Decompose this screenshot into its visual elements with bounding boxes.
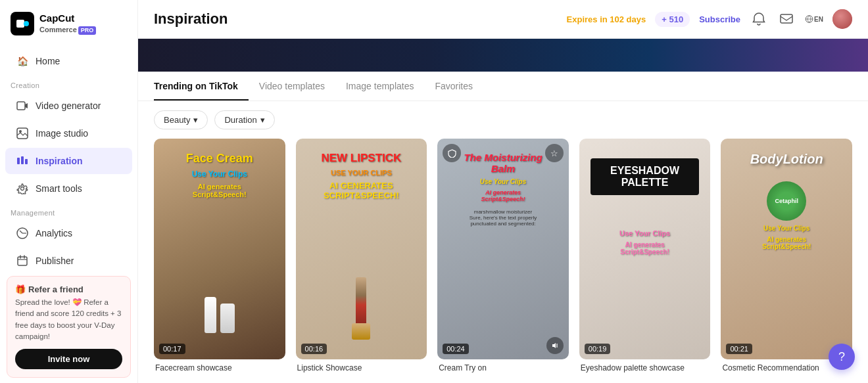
video-duration-1: 00:17: [159, 344, 185, 354]
help-button[interactable]: ?: [829, 344, 855, 370]
svg-rect-0: [16, 20, 24, 28]
publisher-icon: [16, 254, 29, 267]
filter-duration[interactable]: Duration ▾: [214, 110, 274, 129]
sidebar-item-home[interactable]: 🏠 Home: [5, 48, 132, 74]
video-title-1: Facecream showcase: [154, 363, 285, 372]
video-card-4: EYESHADOWPALETTE Use Your Clips AI gener…: [579, 139, 711, 372]
tab-trending[interactable]: Trending on TikTok: [154, 72, 249, 101]
chevron-down-icon: ▾: [193, 115, 198, 125]
overlay-title-4: EYESHADOWPALETTE: [591, 158, 699, 195]
hero-banner: [138, 39, 868, 72]
credits-badge: + 510: [655, 12, 690, 27]
sidebar-item-image-studio[interactable]: Image studio: [5, 120, 132, 146]
filter-beauty[interactable]: Beauty ▾: [154, 110, 208, 129]
svg-point-1: [24, 21, 29, 26]
overlay-ai-3: AI generatesScript&Speech!: [481, 189, 525, 202]
header-right: Expires in 102 days + 510 Subscribe EN: [567, 9, 852, 29]
image-studio-icon: [16, 127, 29, 140]
video-thumb-4[interactable]: EYESHADOWPALETTE Use Your Clips AI gener…: [579, 139, 711, 359]
logo-icon: [11, 12, 34, 35]
refer-title: 🎁 Refer a friend: [15, 284, 122, 294]
tab-image-templates[interactable]: Image templates: [346, 72, 425, 101]
video-grid: Face Cream Use Your Clips AI generatesSc…: [138, 139, 868, 383]
sidebar-item-video-generator[interactable]: Video generator: [5, 93, 132, 119]
filter-duration-label: Duration: [224, 115, 256, 125]
chevron-down-icon-2: ▾: [260, 115, 265, 125]
svg-rect-7: [25, 159, 28, 164]
video-card-1: Face Cream Use Your Clips AI generatesSc…: [154, 139, 285, 372]
overlay-title-2: NEW LIPSTICK: [321, 152, 401, 165]
filter-beauty-label: Beauty: [164, 115, 190, 125]
overlay-ai-4: AI generatesScript&Speech!: [620, 241, 669, 256]
video-title-3: Cream Try on: [437, 363, 569, 372]
filters-bar: Beauty ▾ Duration ▾: [138, 101, 868, 139]
sound-icon-3[interactable]: [546, 337, 564, 354]
notification-icon[interactable]: [750, 10, 768, 28]
svg-point-8: [21, 187, 24, 191]
overlay-ai-2: AI GENERATESSCRIPT&SPEECH!: [324, 181, 399, 200]
page-title: Inspiration: [154, 11, 228, 28]
svg-rect-10: [18, 257, 27, 265]
invite-button[interactable]: Invite now: [15, 349, 122, 369]
video-duration-5: 00:21: [726, 344, 752, 354]
overlay-sub-1: Use Your Clips: [192, 169, 247, 179]
overlay-sub-5: Use Your Clips: [763, 225, 809, 232]
video-title-4: Eyeshadow palette showcase: [579, 363, 711, 372]
refer-desc: Spread the love! 💝 Refer a friend and sc…: [15, 297, 122, 342]
svg-rect-6: [21, 156, 24, 164]
inspiration-icon: [16, 154, 29, 168]
main-content: Inspiration Expires in 102 days + 510 Su…: [138, 0, 868, 383]
overlay-title-1: Face Cream: [186, 152, 253, 166]
video-card-3: ☆ The MoisturizingBalm Use Your Clips AI…: [437, 139, 569, 372]
language-icon[interactable]: EN: [805, 10, 823, 28]
home-icon: 🏠: [16, 55, 29, 68]
tabs-bar: Trending on TikTok Video templates Image…: [138, 72, 868, 101]
messages-icon[interactable]: [777, 10, 796, 28]
video-duration-2: 00:16: [301, 344, 327, 354]
video-thumb-1[interactable]: Face Cream Use Your Clips AI generatesSc…: [154, 139, 285, 359]
overlay-title-3: The MoisturizingBalm: [464, 152, 542, 174]
sidebar-label-publisher: Publisher: [36, 256, 74, 266]
sidebar-item-smart-tools[interactable]: Smart tools: [5, 175, 132, 202]
avatar[interactable]: [832, 9, 852, 29]
sidebar-label-analytics: Analytics: [36, 228, 72, 238]
sidebar-item-inspiration[interactable]: Inspiration: [5, 148, 132, 174]
sidebar-item-analytics[interactable]: Analytics: [5, 220, 132, 246]
refer-emoji: 🎁: [15, 284, 26, 294]
smart-tools-icon: [16, 182, 29, 195]
video-thumb-5[interactable]: BodyLotion Cetaphil Use Your Clips AI ge…: [721, 139, 852, 359]
credits-value: + 510: [662, 14, 683, 24]
svg-rect-3: [17, 128, 28, 139]
overlay-title-5: BodyLotion: [750, 152, 823, 167]
sidebar-label-video-generator: Video generator: [36, 101, 101, 111]
svg-rect-11: [781, 14, 792, 23]
main-header: Inspiration Expires in 102 days + 510 Su…: [138, 0, 868, 39]
tab-favorites[interactable]: Favorites: [435, 72, 483, 101]
overlay-extra-3: marshmallow moisturizerSure, here's the …: [470, 209, 537, 227]
overlay-sub-3: Use Your Clips: [480, 178, 527, 185]
video-duration-4: 00:19: [585, 344, 611, 354]
section-creation-label: Creation: [0, 75, 137, 92]
overlay-ai-5: AI generatesScript&Speech!: [762, 236, 811, 250]
overlay-sub-4: Use Your Clips: [619, 229, 670, 237]
brand-name: CapCut: [39, 12, 74, 24]
sidebar-label-image-studio: Image studio: [36, 128, 88, 139]
sidebar-label-home: Home: [36, 56, 60, 66]
svg-rect-2: [17, 102, 25, 110]
video-duration-3: 00:24: [443, 344, 469, 354]
overlay-sub-2: USE YOUR CLIPS: [331, 169, 392, 177]
video-thumb-3[interactable]: ☆ The MoisturizingBalm Use Your Clips AI…: [437, 139, 569, 359]
brand-sub: Commerce: [39, 26, 77, 34]
video-gen-icon: [16, 99, 29, 112]
video-thumb-2[interactable]: NEW LIPSTICK USE YOUR CLIPS AI GENERATES…: [296, 139, 427, 359]
tab-video-templates[interactable]: Video templates: [259, 72, 335, 101]
video-card-5: BodyLotion Cetaphil Use Your Clips AI ge…: [721, 139, 852, 372]
sidebar: CapCut CommercePRO 🏠 Home Creation Video…: [0, 0, 138, 383]
overlay-ai-1: AI generatesScript&Speech!: [193, 183, 247, 198]
subscribe-button[interactable]: Subscribe: [699, 14, 740, 24]
sidebar-item-publisher[interactable]: Publisher: [5, 248, 132, 274]
section-management-label: Management: [0, 202, 137, 219]
logo: CapCut CommercePRO: [0, 0, 137, 47]
expires-text: Expires in 102 days: [567, 14, 646, 24]
sidebar-label-inspiration: Inspiration: [36, 156, 83, 166]
